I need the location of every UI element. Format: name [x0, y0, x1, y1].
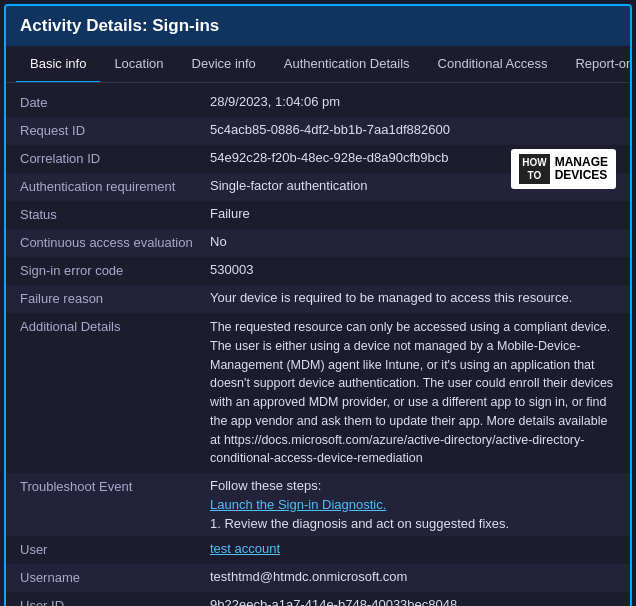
table-row: Failure reasonYour device is required to… — [6, 285, 630, 313]
row-link-value[interactable]: test account — [210, 541, 616, 556]
review-diagnosis-step: 1. Review the diagnosis and act on sugge… — [210, 516, 616, 531]
row-label: Username — [20, 569, 210, 585]
table-row: Troubleshoot EventFollow these steps:Lau… — [6, 473, 630, 536]
row-label: Additional Details — [20, 318, 210, 334]
table-row: Date28/9/2023, 1:04:06 pm — [6, 89, 630, 117]
tab-location[interactable]: Location — [100, 46, 177, 83]
table-row: Usertest account — [6, 536, 630, 564]
row-label: Correlation ID — [20, 150, 210, 166]
row-label: Sign-in error code — [20, 262, 210, 278]
tab-authentication-details[interactable]: Authentication Details — [270, 46, 424, 83]
table-row: Continuous access evaluationNo — [6, 229, 630, 257]
logo-box: HOWTOMANAGEDEVICES — [511, 149, 616, 189]
tab-device-info[interactable]: Device info — [178, 46, 270, 83]
row-value: 530003 — [210, 262, 616, 277]
row-value: No — [210, 234, 616, 249]
title-text: Activity Details: Sign-ins — [20, 16, 219, 35]
table-row: Correlation ID54e92c28-f20b-48ec-928e-d8… — [6, 145, 630, 173]
logo-right: MANAGEDEVICES — [555, 156, 608, 182]
table-row: StatusFailure — [6, 201, 630, 229]
row-label: User ID — [20, 597, 210, 606]
row-value: 9b22eecb-a1a7-414e-b748-40033bec8048 — [210, 597, 616, 606]
row-value: testhtmd@htmdc.onmicrosoft.com — [210, 569, 616, 584]
tab-basic-info[interactable]: Basic info — [16, 46, 100, 83]
row-label: Date — [20, 94, 210, 110]
table-row: User ID9b22eecb-a1a7-414e-b748-40033bec8… — [6, 592, 630, 606]
tab-bar: Basic infoLocationDevice infoAuthenticat… — [6, 46, 630, 83]
row-value: Your device is required to be managed to… — [210, 290, 616, 305]
tab-conditional-access[interactable]: Conditional Access — [424, 46, 562, 83]
troubleshoot-container: Follow these steps:Launch the Sign-in Di… — [210, 478, 616, 531]
launch-diagnostic-link[interactable]: Launch the Sign-in Diagnostic. — [210, 497, 616, 512]
row-label: Troubleshoot Event — [20, 478, 210, 494]
activity-details-window: Activity Details: Sign-ins Basic infoLoc… — [4, 4, 632, 606]
main-content: Date28/9/2023, 1:04:06 pmRequest ID5c4ac… — [6, 83, 630, 606]
table-row: Request ID5c4acb85-0886-4df2-bb1b-7aa1df… — [6, 117, 630, 145]
logo-how: HOWTO — [519, 154, 549, 184]
row-label: Failure reason — [20, 290, 210, 306]
row-value: 28/9/2023, 1:04:06 pm — [210, 94, 616, 109]
tab-report-only[interactable]: Report-only — [561, 46, 630, 83]
row-label: Authentication requirement — [20, 178, 210, 194]
row-value: 5c4acb85-0886-4df2-bb1b-7aa1df882600 — [210, 122, 616, 137]
row-label: Request ID — [20, 122, 210, 138]
row-label: Continuous access evaluation — [20, 234, 210, 250]
row-label: User — [20, 541, 210, 557]
table-row: Usernametesthtmd@htmdc.onmicrosoft.com — [6, 564, 630, 592]
additional-details-value: The requested resource can only be acces… — [210, 318, 616, 468]
logo-devices: DEVICES — [555, 169, 608, 182]
row-label: Status — [20, 206, 210, 222]
table-row: Additional DetailsThe requested resource… — [6, 313, 630, 473]
logo-container: HOWTOMANAGEDEVICES — [511, 149, 616, 189]
row-value: Failure — [210, 206, 616, 221]
follow-steps-label: Follow these steps: — [210, 478, 616, 493]
table-row: Sign-in error code530003 — [6, 257, 630, 285]
window-title: Activity Details: Sign-ins — [6, 6, 630, 46]
